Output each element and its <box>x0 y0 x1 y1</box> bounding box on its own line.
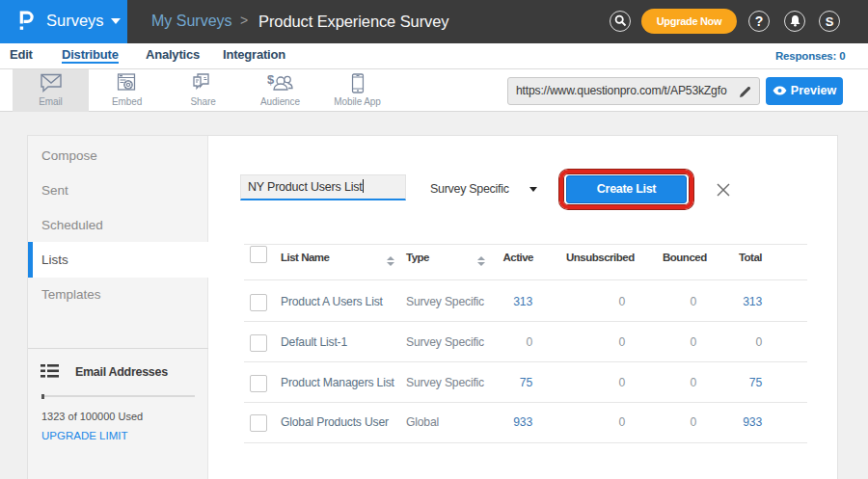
svg-text:$: $ <box>267 73 275 87</box>
